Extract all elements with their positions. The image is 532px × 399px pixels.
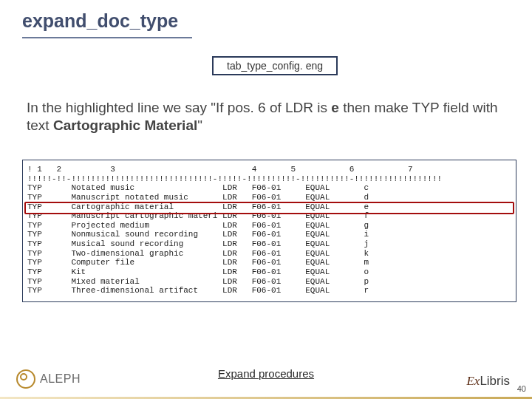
aleph-logo: ALEPH [16,369,81,389]
page-title: expand_doc_type [22,10,178,32]
config-table-content: ! 1 2 3 4 5 6 7 !!!!!-!!-!!!!!!!!!!!!!!!… [27,165,511,296]
config-table: ! 1 2 3 4 5 6 7 !!!!!-!!-!!!!!!!!!!!!!!!… [22,160,516,302]
file-name-box: tab_type_config. eng [212,56,338,75]
title-underline [22,37,192,38]
page-number: 40 [517,384,526,393]
description-text: In the highlighted line we say "If pos. … [27,99,499,134]
exlibris-logo: ExLibris [466,374,510,389]
aleph-logo-text: ALEPH [40,372,81,386]
exlibris-prefix: Ex [466,374,480,388]
aleph-logo-icon [16,369,35,389]
exlibris-suffix: Libris [480,374,510,388]
